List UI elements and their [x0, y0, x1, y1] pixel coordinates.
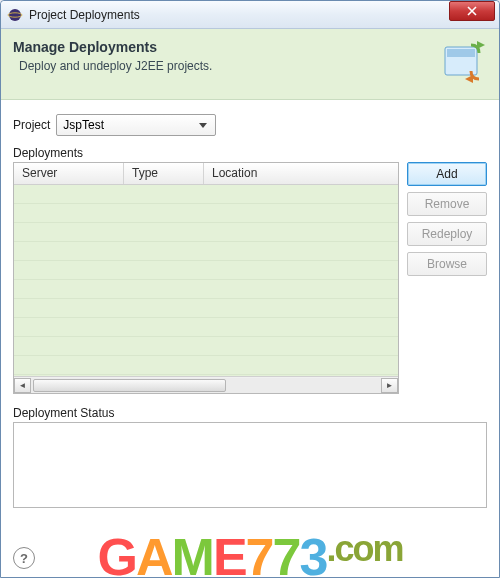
- status-textarea[interactable]: [13, 422, 487, 508]
- table-row: [14, 223, 398, 242]
- horizontal-scrollbar[interactable]: ◄ ►: [14, 376, 398, 393]
- project-row: Project JspTest: [13, 114, 487, 136]
- chevron-down-icon: [195, 117, 211, 133]
- table-row: [14, 356, 398, 375]
- browse-button[interactable]: Browse: [407, 252, 487, 276]
- col-server[interactable]: Server: [14, 163, 124, 184]
- project-combo[interactable]: JspTest: [56, 114, 216, 136]
- table-row: [14, 299, 398, 318]
- table-row: [14, 337, 398, 356]
- redeploy-button[interactable]: Redeploy: [407, 222, 487, 246]
- add-button[interactable]: Add: [407, 162, 487, 186]
- help-button[interactable]: ?: [13, 547, 35, 569]
- svg-point-0: [9, 9, 21, 21]
- table-row: [14, 185, 398, 204]
- deployments-label: Deployments: [13, 146, 487, 160]
- footer: ?: [13, 537, 487, 569]
- table-header: Server Type Location: [14, 163, 398, 185]
- table-body[interactable]: [14, 185, 398, 376]
- svg-marker-5: [465, 75, 473, 83]
- header-texts: Manage Deployments Deploy and undeploy J…: [13, 39, 431, 73]
- project-label: Project: [13, 118, 50, 132]
- table-row: [14, 261, 398, 280]
- table-row: [14, 204, 398, 223]
- dialog-project-deployments: Project Deployments Manage Deployments D…: [0, 0, 500, 578]
- status-label: Deployment Status: [13, 406, 487, 420]
- table-row: [14, 280, 398, 299]
- titlebar[interactable]: Project Deployments: [1, 1, 499, 29]
- svg-rect-3: [447, 49, 475, 57]
- scroll-right-arrow-icon[interactable]: ►: [381, 378, 398, 393]
- close-button[interactable]: [449, 1, 495, 21]
- header-title: Manage Deployments: [13, 39, 431, 55]
- content-area: Project JspTest Deployments Server Type …: [1, 100, 499, 577]
- table-row: [14, 318, 398, 337]
- deploy-illustration-icon: [431, 39, 487, 85]
- eclipse-icon: [7, 7, 23, 23]
- scroll-thumb[interactable]: [33, 379, 226, 392]
- help-icon: ?: [20, 551, 28, 566]
- remove-button[interactable]: Remove: [407, 192, 487, 216]
- deployments-area: Server Type Location ◄: [13, 162, 487, 394]
- scroll-left-arrow-icon[interactable]: ◄: [14, 378, 31, 393]
- project-combo-value: JspTest: [63, 118, 104, 132]
- table-row: [14, 242, 398, 261]
- scroll-track[interactable]: [31, 378, 381, 393]
- col-location[interactable]: Location: [204, 163, 398, 184]
- col-type[interactable]: Type: [124, 163, 204, 184]
- svg-marker-4: [477, 41, 485, 49]
- window-title: Project Deployments: [29, 8, 140, 22]
- close-icon: [467, 6, 477, 16]
- header-subtitle: Deploy and undeploy J2EE projects.: [19, 59, 431, 73]
- header-panel: Manage Deployments Deploy and undeploy J…: [1, 29, 499, 100]
- svg-marker-6: [199, 123, 207, 128]
- action-buttons: Add Remove Redeploy Browse: [407, 162, 487, 276]
- deployments-table[interactable]: Server Type Location ◄: [13, 162, 399, 394]
